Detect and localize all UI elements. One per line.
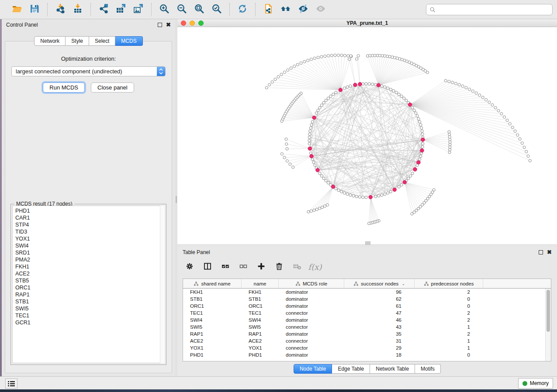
column-header-MCDS-role[interactable]: MCDS role <box>279 279 344 288</box>
graph-node[interactable] <box>521 142 523 144</box>
table-row[interactable]: FKH1FKH1dominator962 <box>183 289 551 296</box>
hide-selected-button[interactable] <box>297 3 310 16</box>
zoom-out-button[interactable] <box>175 3 188 16</box>
maximize-window-icon[interactable] <box>198 21 204 26</box>
result-node-item[interactable]: TID3 <box>15 228 164 235</box>
graph-node[interactable] <box>280 120 283 122</box>
graph-node[interactable] <box>318 107 321 109</box>
mcds-hub-node[interactable] <box>308 147 311 150</box>
graph-node[interactable] <box>322 101 325 104</box>
table-row[interactable]: SWI5SWI5connector431 <box>183 323 551 330</box>
scrollbar-thumb[interactable] <box>547 290 550 332</box>
graph-node[interactable] <box>389 88 392 91</box>
graph-node[interactable] <box>415 112 417 114</box>
graph-node[interactable] <box>449 143 451 146</box>
graph-node[interactable] <box>400 95 403 97</box>
table-row[interactable]: YOX1YOX1connector291 <box>183 344 551 351</box>
delete-column-button[interactable] <box>274 262 284 272</box>
mcds-hub-node[interactable] <box>310 155 313 158</box>
deselect-all-button[interactable] <box>238 262 249 272</box>
result-node-item[interactable]: YOX1 <box>15 235 164 242</box>
graph-node[interactable] <box>309 127 312 129</box>
result-node-item[interactable]: CAR1 <box>15 214 164 221</box>
graph-node[interactable] <box>449 146 451 148</box>
mcds-result-scrollbar[interactable] <box>160 206 165 363</box>
graph-node[interactable] <box>329 95 332 97</box>
graph-node[interactable] <box>398 186 400 188</box>
result-node-item[interactable]: RAP1 <box>15 291 164 298</box>
graph-node[interactable] <box>454 82 457 85</box>
table-row[interactable]: RAP1RAP1dominator352 <box>183 330 551 337</box>
close-panel-icon[interactable]: ✖ <box>547 250 552 254</box>
graph-node[interactable] <box>280 73 283 76</box>
graph-node[interactable] <box>318 207 321 210</box>
graph-node[interactable] <box>357 55 360 57</box>
graph-node[interactable] <box>320 175 323 177</box>
graph-node[interactable] <box>491 103 494 106</box>
minimize-window-icon[interactable] <box>190 21 195 26</box>
graph-node[interactable] <box>292 166 294 168</box>
result-node-item[interactable]: PHD1 <box>15 207 164 214</box>
graph-node[interactable] <box>337 54 339 56</box>
graph-node[interactable] <box>343 192 346 194</box>
graph-node[interactable] <box>349 85 352 87</box>
tab-edge-table[interactable]: Edge Table <box>332 364 370 374</box>
graph-node[interactable] <box>334 54 336 57</box>
graph-node[interactable] <box>349 55 352 57</box>
mcds-hub-node[interactable] <box>353 83 357 86</box>
graph-node[interactable] <box>349 194 352 196</box>
graph-node[interactable] <box>355 58 358 60</box>
graph-node[interactable] <box>287 69 289 71</box>
graph-node[interactable] <box>523 146 526 148</box>
graph-node[interactable] <box>388 55 391 58</box>
graph-node[interactable] <box>315 112 318 114</box>
zoom-in-button[interactable] <box>158 3 171 16</box>
mcds-hub-node[interactable] <box>393 188 396 191</box>
graph-node[interactable] <box>271 81 273 83</box>
task-history-button[interactable] <box>5 378 17 389</box>
export-table-button[interactable] <box>114 3 128 16</box>
graph-node[interactable] <box>309 130 311 132</box>
table-row[interactable]: SWI4SWI4dominator462 <box>183 316 551 323</box>
graph-node[interactable] <box>365 196 367 199</box>
graph-node[interactable] <box>283 156 286 159</box>
result-node-item[interactable]: TEC1 <box>15 312 164 319</box>
graph-node[interactable] <box>310 58 312 61</box>
graph-node[interactable] <box>448 133 451 136</box>
graph-node[interactable] <box>384 86 386 88</box>
result-node-item[interactable]: FKH1 <box>15 263 164 270</box>
new-network-from-selection-button[interactable] <box>262 3 275 16</box>
network-canvas[interactable] <box>177 27 557 244</box>
graph-node[interactable] <box>348 58 351 61</box>
graph-node[interactable] <box>320 55 323 58</box>
graph-node[interactable] <box>420 127 423 129</box>
graph-node[interactable] <box>308 139 311 142</box>
mcds-hub-node[interactable] <box>369 195 372 199</box>
graph-node[interactable] <box>407 177 410 180</box>
graph-node[interactable] <box>335 91 337 94</box>
graph-node[interactable] <box>296 63 299 66</box>
float-panel-icon[interactable] <box>539 250 543 254</box>
import-table-button[interactable] <box>71 3 84 16</box>
tab-mcds[interactable]: MCDS <box>115 36 142 46</box>
graph-node[interactable] <box>485 99 488 101</box>
graph-node[interactable] <box>409 175 412 177</box>
graph-node[interactable] <box>461 85 464 87</box>
mcds-hub-node[interactable] <box>339 88 342 92</box>
graph-node[interactable] <box>494 107 497 109</box>
graph-node[interactable] <box>289 163 291 165</box>
graph-node[interactable] <box>525 150 528 153</box>
graph-node[interactable] <box>419 158 421 161</box>
graph-node[interactable] <box>317 56 319 59</box>
graph-node[interactable] <box>315 208 318 211</box>
mcds-hub-node[interactable] <box>331 185 335 189</box>
graph-node[interactable] <box>330 54 333 57</box>
graph-node[interactable] <box>392 89 395 92</box>
column-header-name[interactable]: name <box>242 279 279 288</box>
graph-node[interactable] <box>265 86 268 89</box>
graph-node[interactable] <box>368 222 370 225</box>
graph-node[interactable] <box>352 195 355 197</box>
mcds-hub-node[interactable] <box>358 83 362 86</box>
graph-node[interactable] <box>371 83 374 86</box>
graph-node[interactable] <box>465 86 467 89</box>
